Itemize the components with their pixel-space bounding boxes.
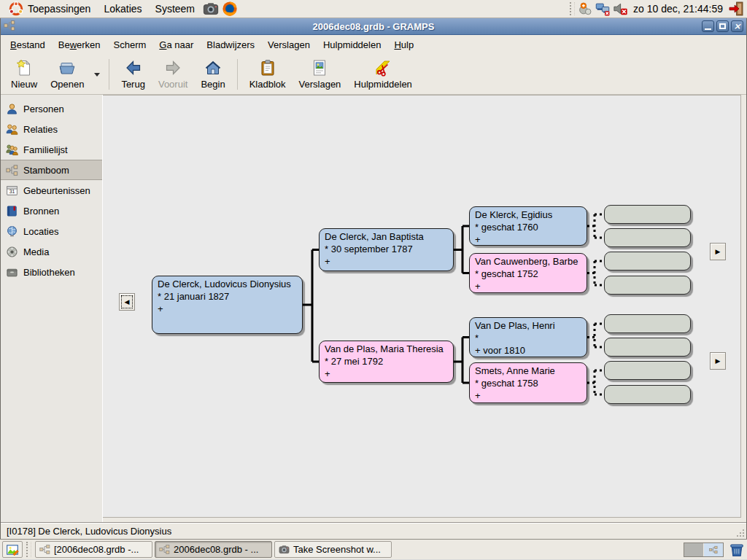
maximize-glyph xyxy=(719,23,726,29)
pedigree-right-arrow-button[interactable]: ▶ xyxy=(710,352,726,370)
forward-icon xyxy=(164,59,182,77)
menu-scherm[interactable]: Scherm xyxy=(107,35,153,55)
calendar-icon: 31 xyxy=(6,184,18,197)
person-box[interactable]: Van De Plas, Henri*+ voor 1810 xyxy=(469,317,587,357)
person-name: Van De Plas, Henri xyxy=(475,319,581,332)
empty-ancestor-box[interactable] xyxy=(604,276,691,295)
workspace-2[interactable] xyxy=(704,543,723,556)
gramps-window: 2006dec08.grdb - GRAMPS × BestandBewerke… xyxy=(0,18,747,539)
toolbar-button-label: Hulpmiddelen xyxy=(354,79,412,90)
begin-button[interactable]: Begin xyxy=(194,57,231,92)
titlebar[interactable]: 2006dec08.grdb - GRAMPS × xyxy=(1,18,746,35)
close-button[interactable]: × xyxy=(731,20,743,32)
pedigree-canvas: De Clerck, Ludovicus Dionysius* 21 janua… xyxy=(103,95,741,518)
verslagen-button[interactable]: Verslagen xyxy=(293,57,348,92)
menu-ga-naar[interactable]: Ga naar xyxy=(152,35,200,55)
sidebar-item-label: Stamboom xyxy=(23,165,69,176)
sidebar-item-familielijst[interactable]: Familielijst xyxy=(1,139,102,160)
update-notifier[interactable] xyxy=(578,1,592,16)
menu-bladwijzers[interactable]: Bladwijzers xyxy=(200,35,261,55)
taskbar-window-button[interactable]: 2006dec08.grdb - ... xyxy=(155,541,272,558)
person-box[interactable]: De Clerck, Jan Baptista* 30 september 17… xyxy=(319,228,454,271)
show-desktop-icon xyxy=(6,543,19,556)
menu-bewerken[interactable]: Bewerken xyxy=(52,35,107,55)
person-icon xyxy=(6,103,18,115)
taskbar-window-button[interactable]: [2006dec08.grdb -... xyxy=(35,541,152,558)
home-icon xyxy=(204,59,222,77)
terug-button[interactable]: Terug xyxy=(115,57,152,92)
panel-menu-label: Lokaties xyxy=(104,3,142,15)
clipboard-icon xyxy=(259,59,276,77)
empty-ancestor-box[interactable] xyxy=(604,228,691,247)
panel-menu-systeem[interactable]: Systeem xyxy=(149,0,201,18)
person-name: De Klerck, Egidius xyxy=(475,209,581,221)
network-monitor[interactable] xyxy=(595,1,610,16)
sidebar-item-bronnen[interactable]: Bronnen xyxy=(1,201,102,221)
sidebar-item-gebeurtenissen[interactable]: 31Gebeurtenissen xyxy=(1,180,102,201)
gramps-icon xyxy=(4,20,15,31)
person-box[interactable]: Van de Plas, Maria Theresia* 27 mei 1792… xyxy=(319,341,454,383)
hulpmiddelen-button[interactable]: Hulpmiddelen xyxy=(347,57,419,92)
tools-icon xyxy=(374,59,392,77)
sidebar-item-bibliotheken[interactable]: Bibliotheken xyxy=(1,262,102,282)
resize-grip[interactable] xyxy=(735,528,745,537)
panel-menu-label: Systeem xyxy=(155,3,195,15)
person-death: + xyxy=(475,233,581,246)
screenshot-launcher[interactable] xyxy=(203,1,219,17)
person-box[interactable]: De Clerck, Ludovicus Dionysius* 21 janua… xyxy=(152,276,303,334)
taskbar-window-label: [2006dec08.grdb -... xyxy=(54,544,139,555)
toolbar-button-label: Terug xyxy=(121,79,145,90)
sidebar-item-stamboom[interactable]: Stamboom xyxy=(1,160,102,180)
person-death: + xyxy=(325,368,448,380)
chevron-down-icon xyxy=(94,73,100,77)
sidebar-item-media[interactable]: Media xyxy=(1,241,102,262)
cabinet-icon xyxy=(6,266,18,279)
pedigree-left-arrow-button[interactable]: ◀ xyxy=(119,293,135,311)
empty-ancestor-box[interactable] xyxy=(604,252,691,271)
pedigree-right-arrow-button[interactable]: ▶ xyxy=(710,243,726,260)
empty-ancestor-box[interactable] xyxy=(604,361,691,380)
taskbar-window-button[interactable]: Take Screenshot w... xyxy=(274,541,392,558)
vooruit-button[interactable]: Vooruit xyxy=(152,57,194,92)
person-name: Smets, Anne Marie xyxy=(475,365,581,377)
panel-menu-toepassingen[interactable]: Toepassingen xyxy=(2,0,97,18)
tasklist-handle[interactable] xyxy=(26,542,31,557)
close-glyph: × xyxy=(733,22,740,31)
volume-control[interactable] xyxy=(613,1,627,16)
menu-hulpmiddelen[interactable]: Hulpmiddelen xyxy=(317,35,388,55)
person-box[interactable]: De Klerck, Egidius* geschat 1760+ xyxy=(469,206,587,246)
logout-icon[interactable] xyxy=(729,1,743,16)
empty-ancestor-box[interactable] xyxy=(604,385,691,404)
empty-ancestor-box[interactable] xyxy=(604,205,691,224)
person-box[interactable]: Smets, Anne Marie* geschat 1758+ xyxy=(469,362,587,403)
open-recent-dropdown[interactable] xyxy=(90,57,104,92)
workspace-switcher xyxy=(684,542,724,557)
person-name: Van Cauwenberg, Barbe xyxy=(475,255,581,268)
kladblok-button[interactable]: Kladblok xyxy=(243,57,293,92)
tray-handle[interactable] xyxy=(570,2,575,15)
workspace-1[interactable] xyxy=(684,543,703,556)
person-birth: * 27 mei 1792 xyxy=(325,355,448,368)
menu-verslagen[interactable]: Verslagen xyxy=(261,35,317,55)
sidebar-item-personen[interactable]: Personen xyxy=(1,98,102,119)
menu-bestand[interactable]: Bestand xyxy=(4,35,52,55)
empty-ancestor-box[interactable] xyxy=(604,338,691,357)
toolbar: NieuwOpenenTerugVooruitBeginKladblokVers… xyxy=(1,55,746,95)
nieuw-button[interactable]: Nieuw xyxy=(4,57,44,92)
person-box[interactable]: Van Cauwenberg, Barbe* geschat 1752+ xyxy=(469,253,587,293)
show-desktop-button[interactable] xyxy=(2,541,23,558)
panel-menu-lokaties[interactable]: Lokaties xyxy=(97,0,148,18)
empty-ancestor-box[interactable] xyxy=(604,314,691,333)
openen-button[interactable]: Openen xyxy=(44,57,90,92)
maximize-button[interactable] xyxy=(716,20,729,32)
status-text: [I0178] De Clerck, Ludovicus Dionysius xyxy=(7,526,171,537)
trash-icon[interactable] xyxy=(729,542,745,558)
sidebar-item-relaties[interactable]: Relaties xyxy=(1,119,102,139)
sidebar-item-label: Media xyxy=(23,246,49,257)
menu-hulp[interactable]: Hulp xyxy=(387,35,420,55)
sidebar-item-locaties[interactable]: Locaties xyxy=(1,221,102,241)
sidebar-item-label: Bronnen xyxy=(23,206,59,217)
firefox-launcher[interactable] xyxy=(222,1,238,17)
panel-clock[interactable]: zo 10 dec, 21:44:59 xyxy=(629,3,727,15)
minimize-button[interactable] xyxy=(702,20,714,32)
